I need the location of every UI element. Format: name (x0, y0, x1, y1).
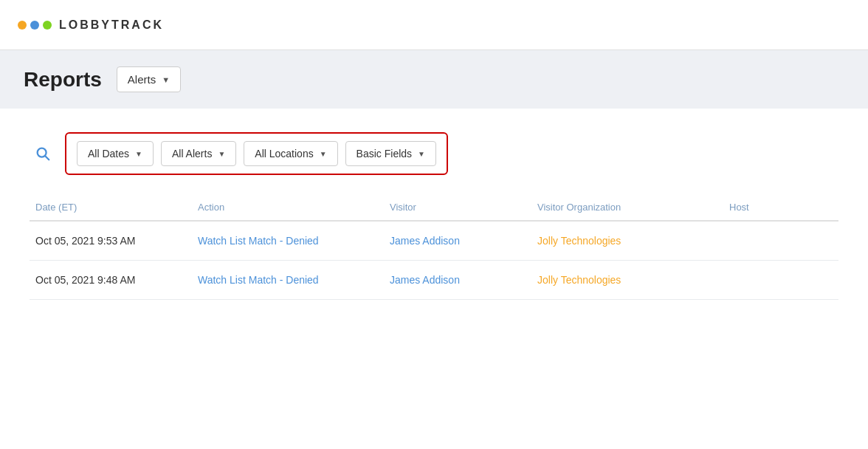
all-locations-dropdown[interactable]: All Locations ▼ (244, 141, 337, 166)
filter-row: All Dates ▼ All Alerts ▼ All Locations ▼… (30, 132, 838, 175)
report-type-label: Alerts (128, 73, 156, 86)
table-row: Oct 05, 2021 9:48 AM Watch List Match - … (30, 261, 838, 300)
page-title: Reports (24, 68, 102, 92)
filter-box: All Dates ▼ All Alerts ▼ All Locations ▼… (65, 132, 448, 175)
search-icon-wrap[interactable] (30, 140, 56, 167)
blue-dot (30, 21, 39, 30)
all-locations-arrow: ▼ (320, 150, 327, 158)
logo-dots (18, 21, 52, 30)
report-type-dropdown[interactable]: Alerts ▼ (117, 66, 181, 92)
green-dot (43, 21, 52, 30)
col-action: Action (192, 202, 384, 213)
table-header: Date (ET) Action Visitor Visitor Organiz… (30, 196, 838, 222)
all-alerts-label: All Alerts (172, 148, 212, 160)
all-dates-dropdown[interactable]: All Dates ▼ (77, 141, 154, 166)
col-date: Date (ET) (30, 202, 192, 213)
cell-org-2: Jolly Technologies (531, 274, 723, 286)
cell-action-2: Watch List Match - Denied (192, 274, 384, 286)
page-header: Reports Alerts ▼ (0, 50, 868, 109)
cell-visitor-2: James Addison (384, 274, 531, 286)
cell-action-1: Watch List Match - Denied (192, 235, 384, 247)
app-header: LOBBYTRACK (0, 0, 868, 50)
orange-dot (18, 21, 27, 30)
reports-table: Date (ET) Action Visitor Visitor Organiz… (30, 196, 838, 300)
svg-line-1 (45, 156, 49, 160)
basic-fields-label: Basic Fields (356, 148, 412, 160)
table-row: Oct 05, 2021 9:53 AM Watch List Match - … (30, 222, 838, 261)
cell-date-1: Oct 05, 2021 9:53 AM (30, 235, 192, 247)
col-visitor: Visitor (384, 202, 531, 213)
col-host: Host (723, 202, 868, 213)
col-org: Visitor Organization (531, 202, 723, 213)
cell-date-2: Oct 05, 2021 9:48 AM (30, 274, 192, 286)
all-alerts-arrow: ▼ (218, 150, 225, 158)
basic-fields-dropdown[interactable]: Basic Fields ▼ (345, 141, 436, 166)
cell-visitor-1: James Addison (384, 235, 531, 247)
main-content: All Dates ▼ All Alerts ▼ All Locations ▼… (0, 109, 868, 449)
cell-org-1: Jolly Technologies (531, 235, 723, 247)
basic-fields-arrow: ▼ (418, 150, 425, 158)
all-dates-label: All Dates (88, 148, 129, 160)
all-dates-arrow: ▼ (135, 150, 142, 158)
report-type-arrow: ▼ (162, 75, 170, 84)
search-icon (35, 145, 51, 162)
all-locations-label: All Locations (255, 148, 313, 160)
brand-name: LOBBYTRACK (59, 18, 164, 32)
all-alerts-dropdown[interactable]: All Alerts ▼ (161, 141, 236, 166)
